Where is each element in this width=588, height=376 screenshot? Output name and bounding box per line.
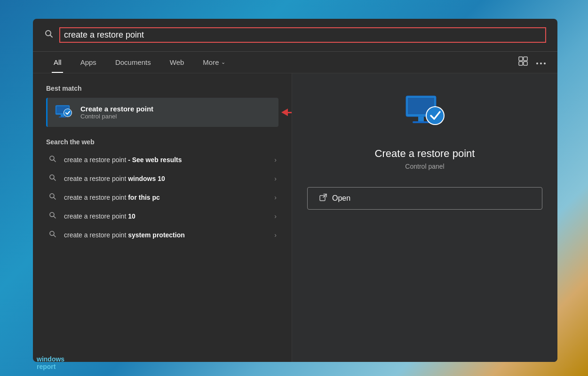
detail-subtitle: Control panel bbox=[405, 163, 444, 170]
tab-apps[interactable]: Apps bbox=[71, 52, 106, 73]
tabs-actions bbox=[518, 56, 546, 69]
tab-documents[interactable]: Documents bbox=[106, 52, 160, 73]
search-bar bbox=[33, 19, 557, 52]
web-search-icon bbox=[48, 174, 57, 183]
svg-point-14 bbox=[64, 109, 72, 117]
svg-rect-27 bbox=[418, 117, 424, 121]
svg-rect-5 bbox=[524, 62, 527, 65]
list-item[interactable]: create a restore point system protection… bbox=[46, 226, 278, 244]
svg-line-18 bbox=[54, 179, 56, 180]
restore-point-icon bbox=[54, 102, 74, 122]
detail-icon bbox=[401, 92, 448, 136]
chevron-right-icon-4: › bbox=[274, 212, 277, 220]
search-web-label: Search the web bbox=[46, 138, 278, 146]
best-match-subtitle: Control panel bbox=[80, 113, 272, 120]
web-search-icon bbox=[48, 155, 57, 164]
web-item-text-1: create a restore point - See web results bbox=[64, 156, 268, 164]
tabs-row: All Apps Documents Web More ⌄ bbox=[33, 52, 557, 73]
web-item-text-5: create a restore point system protection bbox=[64, 231, 268, 239]
svg-point-30 bbox=[427, 107, 444, 124]
list-item[interactable]: create a restore point windows 10 › bbox=[46, 169, 278, 188]
svg-line-16 bbox=[54, 160, 56, 162]
svg-point-7 bbox=[540, 63, 542, 64]
web-search-icon bbox=[48, 212, 57, 221]
person-icon[interactable] bbox=[518, 56, 528, 69]
search-icon bbox=[44, 29, 54, 41]
svg-line-24 bbox=[54, 235, 56, 237]
tab-all[interactable]: All bbox=[44, 52, 71, 73]
best-match-item[interactable]: Create a restore point Control panel bbox=[46, 98, 278, 127]
list-item[interactable]: create a restore point - See web results… bbox=[46, 150, 278, 169]
svg-point-6 bbox=[536, 63, 538, 64]
open-external-icon bbox=[319, 193, 327, 204]
chevron-right-icon-5: › bbox=[274, 231, 277, 239]
chevron-right-icon-1: › bbox=[274, 156, 277, 164]
open-button[interactable]: Open bbox=[307, 187, 542, 210]
svg-point-8 bbox=[544, 63, 546, 64]
svg-line-22 bbox=[54, 216, 56, 218]
arrow-head bbox=[281, 109, 288, 116]
chevron-right-icon-3: › bbox=[274, 194, 277, 201]
best-match-title: Create a restore point bbox=[80, 105, 272, 113]
best-match-label: Best match bbox=[46, 85, 278, 92]
arrow-line bbox=[288, 112, 292, 113]
web-item-text-3: create a restore point for this pc bbox=[64, 194, 268, 201]
open-button-label: Open bbox=[332, 194, 350, 203]
svg-rect-11 bbox=[61, 115, 64, 117]
search-input[interactable] bbox=[59, 27, 546, 43]
detail-title: Create a restore point bbox=[375, 148, 475, 160]
left-panel: Best match bbox=[33, 73, 292, 362]
red-arrow bbox=[281, 109, 292, 116]
tab-more[interactable]: More ⌄ bbox=[193, 52, 234, 73]
chevron-down-icon: ⌄ bbox=[221, 59, 225, 65]
svg-line-1 bbox=[50, 35, 53, 38]
svg-rect-4 bbox=[519, 62, 523, 65]
web-search-icon bbox=[48, 230, 57, 240]
svg-rect-28 bbox=[413, 121, 429, 123]
svg-rect-2 bbox=[519, 57, 523, 61]
more-options-icon[interactable] bbox=[536, 57, 546, 67]
list-item[interactable]: create a restore point for this pc › bbox=[46, 188, 278, 207]
main-content: Best match bbox=[33, 73, 557, 362]
list-item[interactable]: create a restore point 10 › bbox=[46, 207, 278, 226]
svg-line-20 bbox=[54, 197, 56, 199]
chevron-right-icon-2: › bbox=[274, 175, 277, 182]
best-match-text: Create a restore point Control panel bbox=[80, 105, 272, 120]
svg-rect-12 bbox=[59, 117, 66, 118]
search-panel: All Apps Documents Web More ⌄ bbox=[33, 19, 557, 362]
web-search-icon bbox=[48, 193, 57, 202]
watermark: windows report bbox=[37, 355, 64, 370]
right-panel: Create a restore point Control panel Ope… bbox=[292, 73, 557, 362]
tab-web[interactable]: Web bbox=[160, 52, 194, 73]
svg-rect-3 bbox=[524, 57, 527, 61]
web-item-text-2: create a restore point windows 10 bbox=[64, 175, 268, 182]
web-item-text-4: create a restore point 10 bbox=[64, 212, 268, 220]
